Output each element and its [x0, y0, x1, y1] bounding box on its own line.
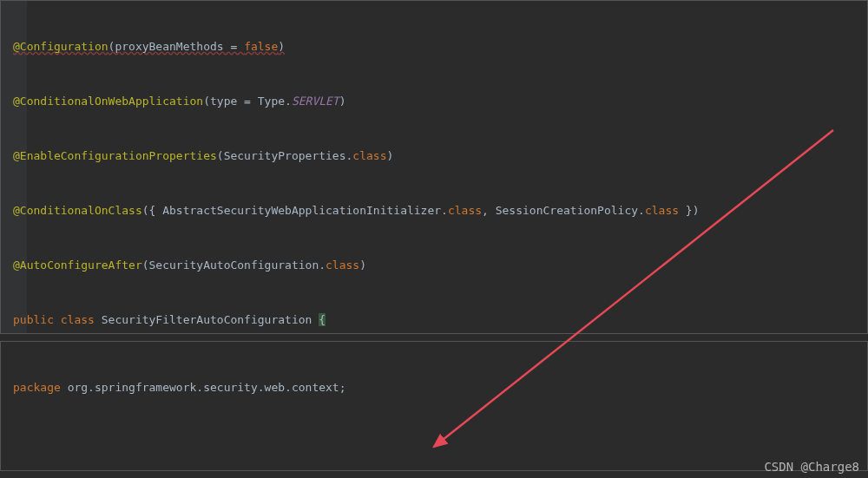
annotation: @AutoConfigureAfter	[13, 259, 142, 272]
keyword: package	[13, 381, 68, 394]
annotation: @Configuration	[13, 40, 108, 53]
code-area-bottom[interactable]: package org.springframework.security.web…	[1, 342, 867, 478]
keyword: public class	[13, 313, 102, 326]
code-pane-top[interactable]: @Configuration(proxyBeanMethods = false)…	[0, 0, 868, 334]
code-pane-bottom[interactable]: package org.springframework.security.web…	[0, 341, 868, 471]
annotation: @EnableConfigurationProperties	[13, 149, 217, 162]
watermark: CSDN @Charge8	[764, 460, 859, 474]
annotation: @ConditionalOnWebApplication	[13, 95, 203, 108]
annotation: @ConditionalOnClass	[13, 204, 142, 217]
